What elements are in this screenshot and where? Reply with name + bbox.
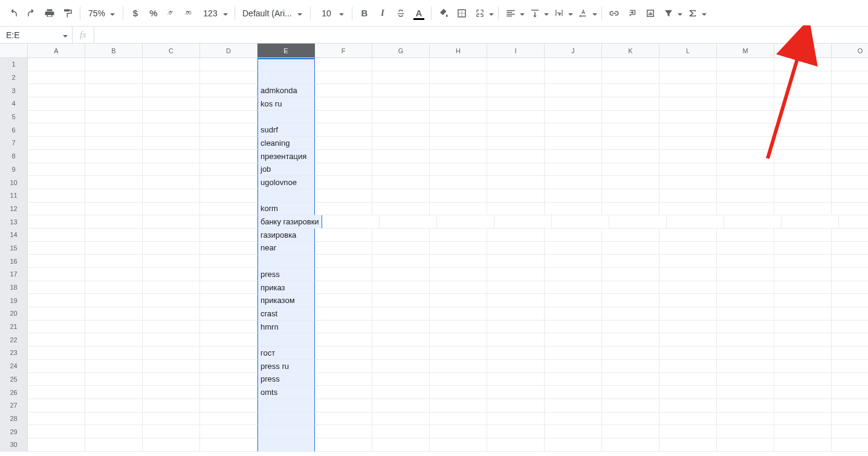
cell[interactable]: press	[257, 373, 315, 386]
cell[interactable]	[143, 386, 200, 399]
cell[interactable]	[28, 215, 85, 229]
cell[interactable]	[28, 229, 85, 242]
cell[interactable]	[659, 294, 717, 307]
cell[interactable]	[372, 97, 430, 111]
cell[interactable]	[143, 150, 200, 163]
row-header[interactable]: 3	[0, 84, 28, 97]
cell[interactable]	[487, 97, 545, 111]
cell[interactable]	[774, 307, 832, 321]
cell[interactable]	[659, 281, 717, 295]
cell[interactable]	[774, 58, 832, 71]
cell[interactable]	[602, 123, 659, 137]
cell[interactable]	[545, 176, 602, 189]
cell[interactable]	[545, 425, 602, 438]
cell[interactable]: приказом	[257, 294, 315, 307]
cell[interactable]	[602, 111, 659, 124]
cell[interactable]	[143, 123, 200, 137]
cell[interactable]	[430, 333, 487, 347]
cell[interactable]	[545, 163, 602, 177]
cell[interactable]	[257, 71, 315, 85]
functions-dropdown-icon[interactable]	[701, 10, 707, 16]
cell[interactable]	[545, 123, 602, 137]
row-header[interactable]: 25	[0, 373, 28, 386]
cell[interactable]	[717, 229, 774, 242]
cell[interactable]	[28, 255, 85, 268]
cell[interactable]	[315, 425, 372, 438]
cell[interactable]	[85, 111, 143, 124]
fill-color-button[interactable]	[435, 5, 452, 22]
cell[interactable]	[430, 203, 487, 216]
cell[interactable]	[832, 281, 868, 295]
cell[interactable]	[28, 386, 85, 399]
cell[interactable]	[200, 58, 257, 71]
cell[interactable]	[85, 307, 143, 321]
cell[interactable]	[659, 321, 717, 334]
cell[interactable]	[832, 399, 868, 412]
cell[interactable]: press	[257, 268, 315, 281]
cell[interactable]	[257, 58, 315, 71]
cell[interactable]	[487, 333, 545, 347]
cell[interactable]	[659, 176, 717, 189]
cell[interactable]	[545, 255, 602, 268]
cell[interactable]	[552, 215, 609, 229]
cell[interactable]	[315, 176, 372, 189]
cell[interactable]: ugolovnoe	[257, 176, 315, 189]
cell[interactable]	[487, 386, 545, 399]
cell[interactable]	[717, 123, 774, 137]
cell[interactable]	[200, 215, 257, 229]
cell[interactable]	[28, 150, 85, 163]
cell[interactable]	[774, 97, 832, 111]
cell[interactable]	[200, 229, 257, 242]
row-header[interactable]: 24	[0, 360, 28, 373]
cell[interactable]	[143, 347, 200, 360]
cell[interactable]	[315, 438, 372, 452]
cell[interactable]	[315, 281, 372, 295]
cell[interactable]	[487, 255, 545, 268]
cell[interactable]	[372, 294, 430, 307]
cell[interactable]	[717, 360, 774, 373]
column-header[interactable]: G	[372, 44, 430, 57]
cell[interactable]	[143, 203, 200, 216]
cell[interactable]	[545, 58, 602, 71]
cell[interactable]	[832, 438, 868, 452]
cell[interactable]	[782, 215, 839, 229]
cell[interactable]	[200, 399, 257, 412]
cell[interactable]	[28, 294, 85, 307]
cell[interactable]	[659, 71, 717, 85]
row-header[interactable]: 10	[0, 176, 28, 189]
italic-button[interactable]: I	[374, 5, 391, 22]
cell[interactable]	[487, 425, 545, 438]
cell[interactable]	[143, 255, 200, 268]
cell[interactable]	[832, 203, 868, 216]
row-header[interactable]: 1	[0, 58, 28, 71]
cell[interactable]	[28, 71, 85, 85]
cell[interactable]	[85, 163, 143, 177]
cell[interactable]	[545, 137, 602, 150]
cell[interactable]	[724, 215, 782, 229]
cell[interactable]	[315, 386, 372, 399]
cell[interactable]	[315, 412, 372, 426]
cell[interactable]	[774, 176, 832, 189]
cell[interactable]	[774, 84, 832, 97]
cell[interactable]	[372, 307, 430, 321]
cell[interactable]	[315, 97, 372, 111]
cell[interactable]	[717, 425, 774, 438]
row-header[interactable]: 6	[0, 123, 28, 137]
cell[interactable]	[774, 399, 832, 412]
cell[interactable]	[602, 307, 659, 321]
cell[interactable]	[494, 215, 552, 229]
name-box-dropdown-icon[interactable]	[62, 32, 68, 38]
cell[interactable]	[257, 255, 315, 268]
cell[interactable]: press ru	[257, 360, 315, 373]
cell[interactable]	[372, 360, 430, 373]
cell[interactable]	[85, 229, 143, 242]
cell[interactable]	[487, 123, 545, 137]
cell[interactable]	[545, 189, 602, 203]
formula-input[interactable]	[94, 27, 868, 43]
cell[interactable]	[143, 294, 200, 307]
cell[interactable]	[143, 268, 200, 281]
cell[interactable]	[85, 268, 143, 281]
column-header[interactable]: O	[832, 44, 868, 57]
cell[interactable]	[372, 229, 430, 242]
cell[interactable]	[430, 123, 487, 137]
